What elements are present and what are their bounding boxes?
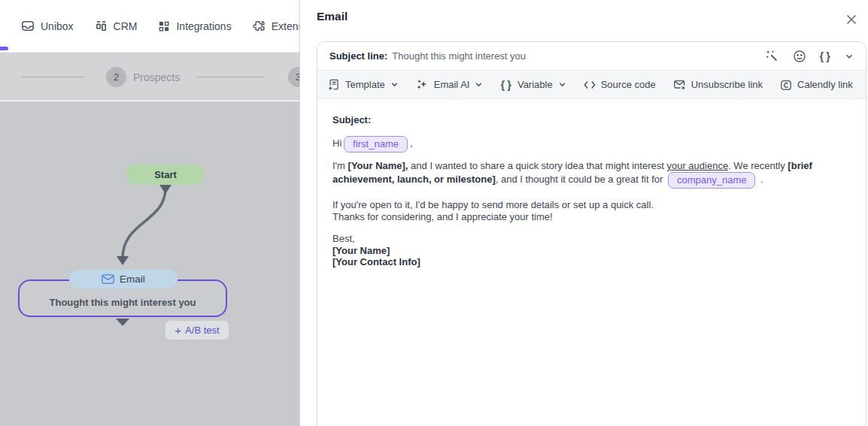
- toolbar-label: Variable: [517, 79, 553, 90]
- nav-item-crm[interactable]: CRM: [95, 20, 138, 32]
- inbox-icon: [21, 20, 35, 32]
- wand-icon[interactable]: [766, 50, 779, 63]
- chevron-down-icon: [558, 80, 566, 89]
- unsubscribe-envelope-icon: [673, 79, 686, 91]
- closing-line: Best,: [332, 233, 851, 245]
- body-subject-label: Subject:: [332, 114, 851, 126]
- calendly-icon: [780, 79, 792, 91]
- step-number: 2: [114, 71, 119, 83]
- code-icon: [584, 80, 596, 90]
- template-button[interactable]: Template: [328, 78, 399, 91]
- variable-button[interactable]: { } Variable: [500, 79, 566, 91]
- nav-label: Extensi: [272, 20, 299, 32]
- text-segment: I'm: [332, 160, 348, 171]
- active-tab-indicator: [0, 47, 8, 50]
- email-badge-label: Email: [120, 273, 145, 285]
- greeting-line: Hifirst_name,: [332, 136, 851, 153]
- toolbar-label: Unsubscribe link: [691, 79, 763, 90]
- chevron-down-icon[interactable]: [845, 52, 854, 61]
- email-editor: Subject line: Thought this might interes…: [317, 41, 866, 426]
- email-body-editor[interactable]: Subject: Hifirst_name, I'm [Your Name], …: [317, 99, 866, 426]
- email-editor-panel: Email Subject line: Thought this might i…: [299, 0, 868, 426]
- puzzle-icon: [253, 20, 266, 32]
- flow-next-arrow: [116, 319, 129, 326]
- subject-line-label: Subject line:: [329, 50, 387, 62]
- text-segment-bold: [Your Name],: [348, 160, 408, 171]
- subject-line-value[interactable]: Thought this might interest you: [392, 50, 526, 62]
- template-icon: [328, 78, 340, 91]
- text-segment: , and I thought it could be a great fit …: [496, 174, 666, 185]
- text-segment: .: [757, 174, 763, 185]
- flow-start-node[interactable]: Start: [126, 165, 205, 185]
- top-navigation-bar: Unibox CRM Integ: [0, 0, 299, 53]
- emoji-icon[interactable]: [793, 50, 806, 63]
- close-icon[interactable]: [844, 12, 859, 27]
- stepper-step-3-number[interactable]: 3: [288, 67, 299, 87]
- campaign-flow-area: 2 Prospects 3 Start Thought this might i…: [0, 0, 299, 426]
- body-paragraph-2-line-1: If you're open to it, I'd be happy to se…: [332, 199, 851, 211]
- source-code-button[interactable]: Source code: [584, 79, 656, 90]
- nav-label: CRM: [114, 20, 138, 32]
- subject-line-row[interactable]: Subject line: Thought this might interes…: [317, 42, 866, 71]
- toolbar-label: Email AI: [434, 79, 470, 90]
- plus-icon: +: [175, 325, 181, 336]
- body-paragraph-2-line-2: Thanks for considering, and I appreciate…: [332, 211, 851, 223]
- calendly-link-button[interactable]: Calendly link: [780, 79, 853, 91]
- add-ab-test-button[interactable]: + A/B test: [165, 321, 229, 340]
- toolbar-label: Source code: [601, 79, 656, 90]
- text-segment-underlined: your audience: [666, 160, 728, 171]
- braces-icon[interactable]: { }: [820, 50, 832, 62]
- body-paragraph-1: I'm [Your Name], and I wanted to share a…: [332, 160, 823, 189]
- closing-block: Best, [Your Name] [Your Contact Info]: [332, 233, 851, 268]
- greeting-comma: ,: [410, 137, 413, 149]
- nav-label: Integrations: [176, 20, 231, 32]
- text-segment: and I wanted to share a quick story idea…: [408, 160, 666, 171]
- closing-name: [Your Name]: [332, 245, 851, 257]
- nav-item-unibox[interactable]: Unibox: [21, 20, 74, 32]
- sparkles-icon: [416, 78, 429, 91]
- start-node-label: Start: [154, 169, 177, 180]
- kanban-icon: [95, 20, 108, 32]
- unsubscribe-link-button[interactable]: Unsubscribe link: [673, 79, 763, 91]
- campaign-stepper: 2 Prospects 3: [0, 53, 299, 101]
- email-node-subject: Thought this might interest you: [20, 297, 226, 308]
- greeting-text: Hi: [332, 137, 341, 149]
- nav-label: Unibox: [41, 20, 74, 32]
- email-node-badge[interactable]: Email: [69, 270, 178, 289]
- stepper-connector-line: [21, 77, 84, 77]
- ab-test-label: A/B test: [185, 325, 220, 336]
- stepper-step-prospects-number[interactable]: 2: [106, 67, 126, 87]
- closing-contact-info: [Your Contact Info]: [332, 256, 851, 268]
- text-segment: . We recently: [728, 160, 788, 171]
- toolbar-label: Template: [345, 79, 385, 90]
- subject-row-actions: { }: [766, 50, 854, 63]
- braces-icon: { }: [500, 79, 512, 91]
- grid-icon: [158, 20, 170, 32]
- email-ai-button[interactable]: Email AI: [416, 78, 484, 91]
- stepper-connector-line: [197, 77, 265, 77]
- company-name-variable-tag[interactable]: company_name: [668, 172, 756, 189]
- nav-item-extensions[interactable]: Extensi: [253, 20, 299, 32]
- flow-canvas[interactable]: [0, 101, 299, 426]
- chevron-down-icon: [475, 80, 483, 89]
- editor-toolbar: Template Email AI { } Variable: [317, 71, 866, 99]
- panel-title: Email: [317, 10, 348, 23]
- nav-item-integrations[interactable]: Integrations: [158, 20, 231, 32]
- stepper-step-prospects-label[interactable]: Prospects: [133, 71, 180, 83]
- chevron-down-icon: [390, 80, 399, 89]
- envelope-icon: [102, 274, 114, 284]
- first-name-variable-tag[interactable]: first_name: [344, 136, 408, 153]
- toolbar-label: Calendly link: [797, 79, 853, 90]
